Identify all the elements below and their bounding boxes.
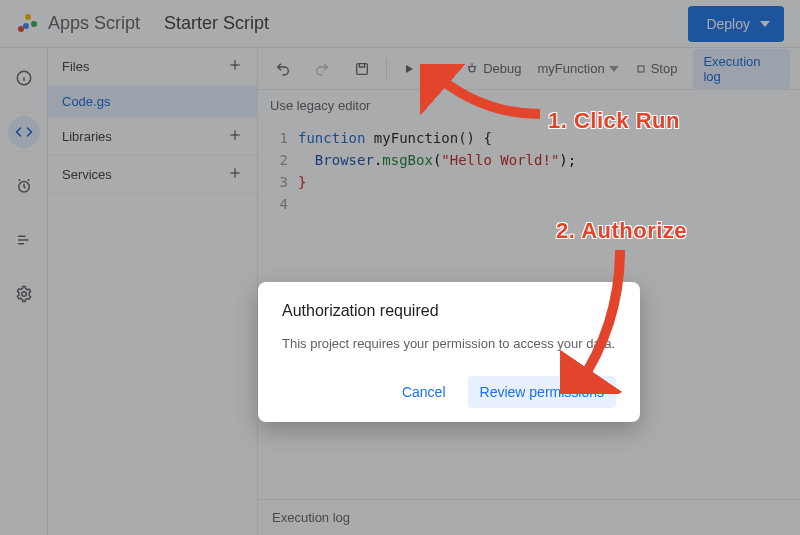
review-permissions-button[interactable]: Review permissions: [468, 376, 616, 408]
modal-scrim: [0, 0, 800, 535]
annotation-step1: 1. Click Run: [548, 108, 680, 134]
dialog-title: Authorization required: [282, 302, 616, 320]
authorization-dialog: Authorization required This project requ…: [258, 282, 640, 422]
cancel-button[interactable]: Cancel: [390, 376, 458, 408]
annotation-step2: 2. Authorize: [556, 218, 687, 244]
dialog-actions: Cancel Review permissions: [282, 376, 616, 408]
dialog-body: This project requires your permission to…: [282, 334, 616, 354]
